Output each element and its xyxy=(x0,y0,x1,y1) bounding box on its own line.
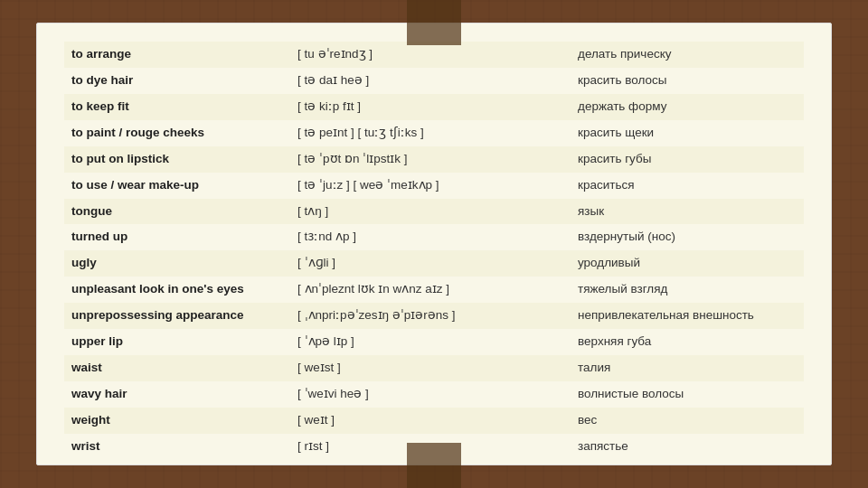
translation-cell: красить губы xyxy=(571,146,804,173)
term-cell: turned up xyxy=(64,224,290,250)
term-cell: to paint / rouge cheeks xyxy=(64,120,290,146)
table-row: unprepossessing appearance[ ˌʌnpriːpəˈze… xyxy=(64,303,804,329)
term-cell: ugly xyxy=(64,250,290,277)
translation-cell: уродливый xyxy=(571,250,804,277)
term-cell: weight xyxy=(64,408,290,434)
phonetic-cell: [ tɜːnd ʌp ] xyxy=(290,224,571,250)
phonetic-cell: [ ʌnˈpleznt lʊk ɪn wʌnz aɪz ] xyxy=(290,277,571,303)
table-row: wavy hair[ ˈweɪvi heə ]волнистые волосы xyxy=(64,381,804,408)
tape-bottom xyxy=(407,443,461,488)
phonetic-cell: [ tʌŋ ] xyxy=(290,199,571,225)
table-row: to arrange[ tu əˈreɪndʒ ]делать прическу xyxy=(64,42,804,68)
table-row: weight[ weɪt ]вес xyxy=(64,408,804,434)
translation-cell: запястье xyxy=(571,434,804,460)
vocabulary-table: to arrange[ tu əˈreɪndʒ ]делать прическу… xyxy=(64,42,804,460)
translation-cell: талия xyxy=(571,355,804,381)
table-row: turned up[ tɜːnd ʌp ]вздернутый (нос) xyxy=(64,224,804,250)
table-row: unpleasant look in one's eyes[ ʌnˈpleznt… xyxy=(64,277,804,303)
translation-cell: вздернутый (нос) xyxy=(571,224,804,250)
term-cell: to keep fit xyxy=(64,94,290,120)
translation-cell: вес xyxy=(571,408,804,434)
phonetic-cell: [ weɪst ] xyxy=(290,355,571,381)
term-cell: waist xyxy=(64,355,290,381)
table-row: to put on lipstick[ tə ˈpʊt ɒn ˈlɪpstɪk … xyxy=(64,146,804,173)
term-cell: to arrange xyxy=(64,42,290,68)
table-row: to paint / rouge cheeks[ tə peɪnt ] [ tu… xyxy=(64,120,804,146)
translation-cell: язык xyxy=(571,199,804,225)
term-cell: unprepossessing appearance xyxy=(64,303,290,329)
table-row: to keep fit[ tə kiːp fɪt ]держать форму xyxy=(64,94,804,120)
phonetic-cell: [ tə kiːp fɪt ] xyxy=(290,94,571,120)
translation-cell: краситься xyxy=(571,173,804,199)
translation-cell: волнистые волосы xyxy=(571,381,804,408)
term-cell: upper lip xyxy=(64,329,290,355)
phonetic-cell: [ weɪt ] xyxy=(290,408,571,434)
phonetic-cell: [ ˌʌnpriːpəˈzesɪŋ əˈpɪərəns ] xyxy=(290,303,571,329)
term-cell: wrist xyxy=(64,434,290,460)
translation-cell: верхняя губа xyxy=(571,329,804,355)
translation-cell: держать форму xyxy=(571,94,804,120)
vocabulary-card: to arrange[ tu əˈreɪndʒ ]делать прическу… xyxy=(36,23,832,465)
table-row: to dye hair[ tə daɪ heə ]красить волосы xyxy=(64,68,804,94)
translation-cell: непривлекательная внешность xyxy=(571,303,804,329)
term-cell: wavy hair xyxy=(64,381,290,408)
phonetic-cell: [ ˈʌɡli ] xyxy=(290,250,571,277)
translation-cell: красить волосы xyxy=(571,68,804,94)
translation-cell: красить щеки xyxy=(571,120,804,146)
phonetic-cell: [ tə daɪ heə ] xyxy=(290,68,571,94)
table-row: ugly[ ˈʌɡli ]уродливый xyxy=(64,250,804,277)
term-cell: to put on lipstick xyxy=(64,146,290,173)
phonetic-cell: [ tə ˈpʊt ɒn ˈlɪpstɪk ] xyxy=(290,146,571,173)
term-cell: tongue xyxy=(64,199,290,225)
table-row: to use / wear make-up[ tə ˈjuːz ] [ weə … xyxy=(64,173,804,199)
term-cell: to dye hair xyxy=(64,68,290,94)
tape-top xyxy=(407,0,461,45)
phonetic-cell: [ tu əˈreɪndʒ ] xyxy=(290,42,571,68)
phonetic-cell: [ tə ˈjuːz ] [ weə ˈmeɪkʌp ] xyxy=(290,173,571,199)
table-row: waist[ weɪst ]талия xyxy=(64,355,804,381)
table-row: tongue[ tʌŋ ]язык xyxy=(64,199,804,225)
phonetic-cell: [ ˈʌpə lɪp ] xyxy=(290,329,571,355)
translation-cell: тяжелый взгляд xyxy=(571,277,804,303)
translation-cell: делать прическу xyxy=(571,42,804,68)
phonetic-cell: [ ˈweɪvi heə ] xyxy=(290,381,571,408)
term-cell: to use / wear make-up xyxy=(64,173,290,199)
phonetic-cell: [ tə peɪnt ] [ tuːʒ tʃiːks ] xyxy=(290,120,571,146)
table-row: upper lip[ ˈʌpə lɪp ]верхняя губа xyxy=(64,329,804,355)
term-cell: unpleasant look in one's eyes xyxy=(64,277,290,303)
